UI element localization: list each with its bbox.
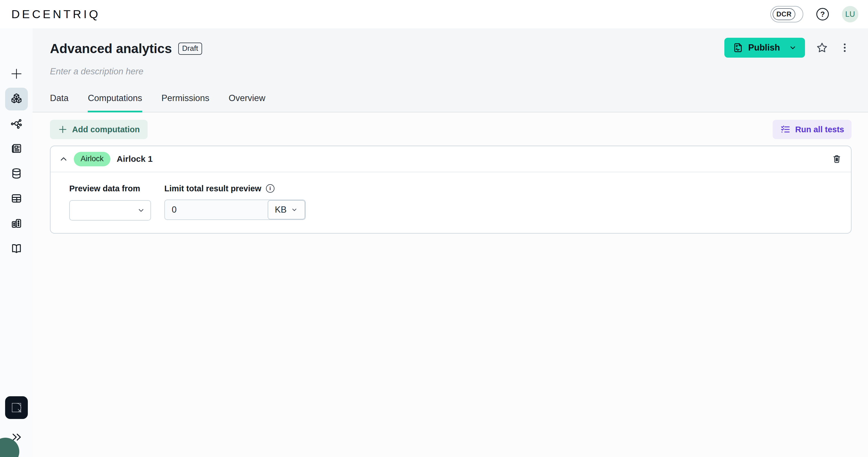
plus-icon bbox=[10, 67, 23, 80]
help-icon[interactable]: ? bbox=[816, 8, 829, 21]
run-all-tests-label: Run all tests bbox=[795, 125, 844, 134]
sidebar-item-new[interactable] bbox=[10, 67, 23, 81]
preview-data-from-field: Preview data from bbox=[69, 184, 151, 220]
limit-result-preview-label: Limit total result preview bbox=[164, 184, 261, 193]
newspaper-icon bbox=[10, 142, 23, 155]
computation-name[interactable]: Airlock 1 bbox=[117, 154, 153, 164]
page-header: Advanced analytics Draft Enter a descrip… bbox=[33, 28, 868, 113]
tab-computations[interactable]: Computations bbox=[88, 93, 142, 113]
limit-unit-value: KB bbox=[275, 205, 286, 215]
sidebar-item-news[interactable] bbox=[10, 142, 23, 155]
topbar-right: DCR ? LU bbox=[770, 6, 858, 23]
buildings-icon bbox=[10, 217, 23, 230]
page-body: Add computation Run all tests bbox=[33, 113, 868, 457]
sidebar-item-datasets[interactable] bbox=[10, 166, 23, 180]
computation-card-header: Airlock Airlock 1 bbox=[51, 146, 851, 172]
plus-icon bbox=[58, 125, 67, 134]
run-all-tests-button[interactable]: Run all tests bbox=[773, 120, 851, 139]
limit-input-group: KB bbox=[164, 200, 306, 220]
app-root: DECENTRIQ DCR ? LU bbox=[0, 0, 868, 457]
sidebar-item-tables[interactable] bbox=[10, 192, 23, 205]
publish-label: Publish bbox=[748, 42, 780, 53]
avatar[interactable]: LU bbox=[842, 6, 858, 23]
publish-document-icon bbox=[732, 42, 744, 53]
chevron-down-icon bbox=[788, 43, 797, 52]
main-content: Advanced analytics Draft Enter a descrip… bbox=[33, 28, 868, 457]
header-actions: Publish bbox=[724, 38, 850, 58]
star-icon bbox=[816, 41, 828, 54]
more-options-button[interactable] bbox=[839, 42, 850, 53]
info-icon[interactable]: i bbox=[266, 184, 275, 193]
checklist-icon bbox=[780, 124, 791, 135]
kebab-menu-icon bbox=[839, 42, 850, 53]
tab-data[interactable]: Data bbox=[50, 93, 68, 113]
computation-card: Airlock Airlock 1 bbox=[50, 146, 851, 234]
network-icon bbox=[10, 117, 23, 130]
sidebar-item-docs[interactable] bbox=[10, 242, 23, 255]
limit-unit-select[interactable]: KB bbox=[268, 200, 305, 219]
trash-icon bbox=[831, 154, 842, 164]
preview-data-from-label: Preview data from bbox=[69, 184, 151, 193]
tab-permissions[interactable]: Permissions bbox=[161, 93, 210, 113]
chevron-down-icon bbox=[291, 206, 298, 213]
description-input[interactable]: Enter a description here bbox=[50, 66, 868, 77]
decentriq-mark-tile[interactable] bbox=[5, 396, 28, 419]
page-title: Advanced analytics bbox=[50, 41, 172, 56]
sidebar-item-connections[interactable] bbox=[10, 117, 23, 130]
topbar: DECENTRIQ DCR ? LU bbox=[0, 0, 868, 28]
table-icon bbox=[10, 192, 23, 205]
limit-result-preview-field: Limit total result preview i KB bbox=[164, 184, 306, 220]
database-icon bbox=[10, 167, 23, 180]
collapse-button[interactable] bbox=[57, 153, 70, 165]
shell: Advanced analytics Draft Enter a descrip… bbox=[0, 28, 868, 457]
cubes-icon bbox=[10, 93, 23, 105]
decentriq-logo: DECENTRIQ bbox=[11, 8, 100, 21]
tab-overview[interactable]: Overview bbox=[229, 93, 266, 113]
status-badge: Draft bbox=[178, 42, 202, 55]
favorite-button[interactable] bbox=[816, 41, 828, 54]
computation-card-body: Preview data from Limit total result pre… bbox=[51, 172, 851, 233]
sidebar bbox=[0, 28, 33, 457]
help-glyph: ? bbox=[820, 10, 825, 19]
computations-toolbar: Add computation Run all tests bbox=[50, 120, 851, 139]
delete-computation-button[interactable] bbox=[831, 153, 843, 165]
add-computation-button[interactable]: Add computation bbox=[50, 120, 148, 139]
dcr-badge-label: DCR bbox=[773, 8, 795, 20]
publish-button[interactable]: Publish bbox=[724, 38, 805, 58]
preview-data-from-select[interactable] bbox=[69, 200, 151, 220]
dcr-badge[interactable]: DCR bbox=[770, 6, 803, 23]
tab-bar: Data Computations Permissions Overview bbox=[50, 93, 868, 112]
sidebar-item-clean-rooms[interactable] bbox=[5, 88, 28, 111]
decentriq-q-mark-icon bbox=[9, 400, 24, 415]
chevron-up-icon bbox=[59, 154, 68, 164]
chevron-down-icon bbox=[137, 206, 145, 215]
computation-type-badge: Airlock bbox=[74, 152, 111, 166]
sidebar-item-organizations[interactable] bbox=[10, 217, 23, 230]
book-icon bbox=[10, 242, 23, 254]
add-computation-label: Add computation bbox=[72, 125, 140, 134]
